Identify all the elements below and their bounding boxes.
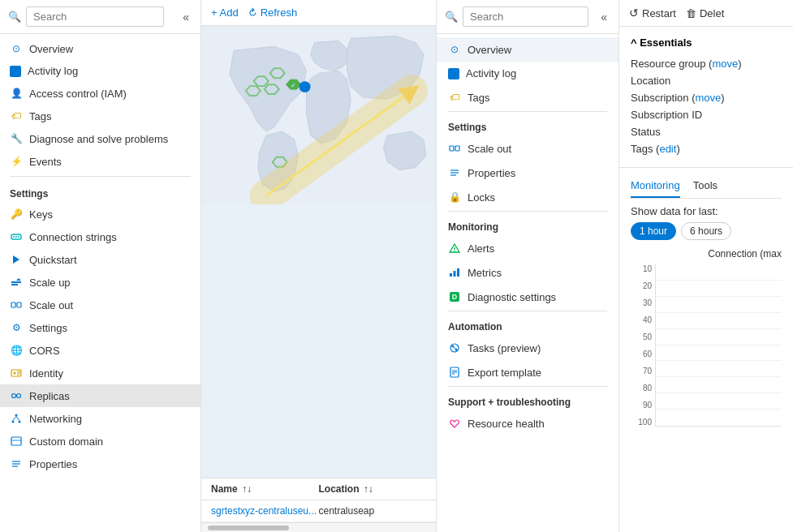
location-sort-icon[interactable]: ↑↓ [364,483,373,495]
properties-icon [10,457,23,470]
sidebar-item-connection-strings[interactable]: Connection strings [0,225,200,248]
location-column-header: Location ↑↓ [319,483,427,495]
sidebar-item-events[interactable]: ⚡ Events [0,150,200,173]
refresh-button[interactable]: ↻ Refresh [248,6,298,19]
scrollbar-thumb[interactable] [208,526,289,530]
menu-tasks-icon [448,341,461,354]
menu-item-scale-out[interactable]: Scale out [437,136,618,161]
chart-bars [655,264,782,427]
sidebar-item-diagnose[interactable]: 🔧 Diagnose and solve problems [0,127,200,150]
restart-button[interactable]: ↺ Restart [629,6,676,19]
essentials-row-subscription-id: Subscription ID [631,106,782,123]
svg-point-2 [15,236,17,238]
menu-search-icon: 🔍 [445,11,458,23]
svg-rect-41 [455,146,459,151]
menu-item-properties[interactable]: Properties [437,161,618,185]
chart-y-axis: 100 90 80 70 60 50 40 30 20 10 [631,264,655,427]
menu-panel: 🔍 « ⊙ Overview Activity log 🏷 Tags Setti… [437,0,619,532]
menu-activity-log-icon [448,68,459,79]
menu-item-tags[interactable]: 🏷 Tags [437,85,618,109]
svg-marker-4 [13,255,19,264]
sidebar-item-tags[interactable]: 🏷 Tags [0,105,200,127]
svg-point-20 [19,421,21,423]
world-map: ✓ [201,26,436,478]
sidebar-item-identity[interactable]: Identity [0,362,200,384]
svg-rect-8 [11,302,15,307]
delete-icon: 🗑 [686,7,696,19]
menu-search-input[interactable] [463,6,588,27]
menu-item-export-template[interactable]: Export template [437,360,618,384]
sidebar-item-quickstart[interactable]: Quickstart [0,248,200,271]
tab-tools[interactable]: Tools [693,176,718,198]
replicas-table: Name ↑↓ Location ↑↓ sgrtestxyz-centralus… [201,478,436,532]
menu-item-resource-health[interactable]: Resource health [437,411,618,435]
svg-rect-40 [450,146,454,151]
settings-section-label: Settings [0,180,200,203]
connection-strings-icon [10,230,23,243]
sidebar-item-keys[interactable]: 🔑 Keys [0,203,200,225]
svg-marker-7 [16,278,21,281]
sidebar-item-scale-up[interactable]: Scale up [0,271,200,294]
restart-icon: ↺ [629,6,639,19]
sidebar-item-scale-out[interactable]: Scale out [0,294,200,316]
y-axis-40: 40 [631,315,652,324]
name-sort-icon[interactable]: ↑↓ [242,483,252,495]
menu-overview-icon: ⊙ [448,43,461,56]
location-label: Location [631,75,782,87]
cors-icon: 🌐 [10,344,23,357]
sidebar-item-replicas[interactable]: Replicas [0,384,200,407]
sidebar-item-networking[interactable]: Networking [0,407,200,430]
svg-rect-5 [11,281,21,283]
left-collapse-button[interactable]: « [179,9,192,25]
left-search-bar: 🔍 « [0,0,200,34]
gridline-60 [656,328,782,329]
y-axis-10: 10 [631,264,652,273]
menu-settings-label: Settings [437,114,618,136]
row-location: centraluseap [319,505,427,517]
menu-item-activity-log[interactable]: Activity log [437,62,618,85]
sidebar-item-custom-domain[interactable]: Custom domain [0,430,200,453]
sidebar-item-cors[interactable]: 🌐 CORS [0,339,200,362]
menu-item-alerts[interactable]: Alerts [437,236,618,260]
svg-point-47 [454,251,455,251]
essentials-title[interactable]: ^ Essentials [631,36,782,49]
data-range-6hours[interactable]: 6 hours [681,222,731,240]
replicas-icon [10,389,23,402]
menu-item-metrics[interactable]: Metrics [437,260,618,285]
menu-collapse-button[interactable]: « [597,9,610,25]
access-control-icon: 👤 [10,87,23,100]
resource-group-move-link[interactable]: move [712,58,738,70]
table-row[interactable]: sgrtestxyz-centraluseu... centraluseap [201,500,436,522]
menu-item-diagnostic-settings[interactable]: D Diagnostic settings [437,285,618,309]
menu-item-locks[interactable]: 🔒 Locks [437,185,618,209]
essentials-row-location: Location [631,72,782,89]
settings-icon: ⚙ [10,321,23,334]
tags-edit-link[interactable]: edit [659,143,676,155]
add-button[interactable]: + Add [211,6,239,19]
y-axis-20: 20 [631,281,652,290]
sidebar-item-properties[interactable]: Properties [0,453,200,475]
sidebar-item-activity-log[interactable]: Activity log [0,60,200,82]
svg-text:D: D [452,293,458,301]
delete-button[interactable]: 🗑 Delet [686,7,724,19]
sidebar-item-access-control[interactable]: 👤 Access control (IAM) [0,82,200,105]
data-range-1hour[interactable]: 1 hour [631,222,676,240]
sidebar-item-settings[interactable]: ⚙ Settings [0,316,200,339]
networking-icon [10,412,23,425]
menu-support-label: Support + troubleshooting [437,388,618,411]
left-search-input[interactable] [26,6,164,27]
svg-rect-23 [11,437,21,445]
subscription-move-link[interactable]: move [695,92,721,104]
menu-item-overview[interactable]: ⊙ Overview [437,37,618,62]
subscription-id-label: Subscription ID [631,109,782,121]
svg-rect-48 [450,273,452,277]
right-panel: ↺ Restart 🗑 Delet ^ Essentials Resource … [619,0,793,532]
menu-alerts-icon [448,242,461,255]
diagnose-icon: 🔧 [10,132,23,145]
menu-item-tasks[interactable]: Tasks (preview) [437,336,618,360]
svg-point-16 [17,394,21,398]
identity-icon [10,367,23,380]
sidebar-item-overview[interactable]: ⊙ Overview [0,37,200,60]
horizontal-scrollbar[interactable] [201,522,436,532]
tab-monitoring[interactable]: Monitoring [631,176,680,198]
